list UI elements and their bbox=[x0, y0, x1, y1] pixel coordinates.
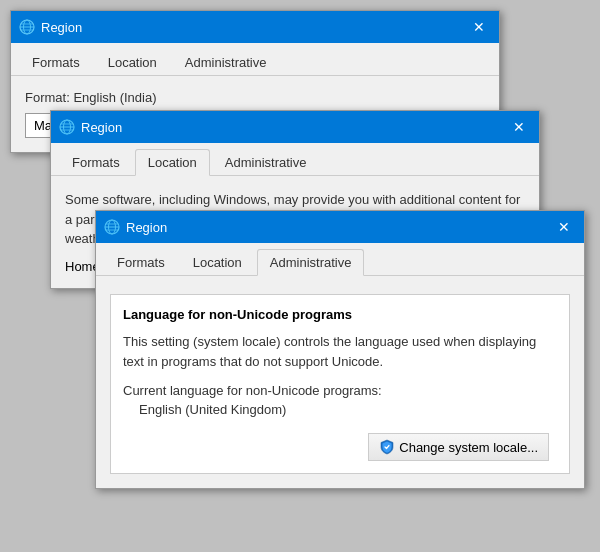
section-body: This setting (system locale) controls th… bbox=[123, 332, 557, 371]
globe-icon bbox=[19, 19, 35, 35]
administrative-content: Language for non-Unicode programs This s… bbox=[96, 276, 584, 488]
non-unicode-section: Language for non-Unicode programs This s… bbox=[110, 294, 570, 474]
window-title-location: Region bbox=[81, 120, 122, 135]
current-locale-value: English (United Kingdom) bbox=[139, 402, 557, 417]
window-title-formats: Region bbox=[41, 20, 82, 35]
globe-icon-location bbox=[59, 119, 75, 135]
close-button-location[interactable]: ✕ bbox=[507, 115, 531, 139]
tab-admin-formats[interactable]: Formats bbox=[104, 249, 178, 275]
change-system-locale-label: Change system locale... bbox=[399, 440, 538, 455]
close-button-administrative[interactable]: ✕ bbox=[552, 215, 576, 239]
tab-location-administrative[interactable]: Administrative bbox=[212, 149, 320, 175]
change-system-locale-button[interactable]: Change system locale... bbox=[368, 433, 549, 461]
window-administrative: Region ✕ Formats Location Administrative… bbox=[95, 210, 585, 489]
tab-bar-location: Formats Location Administrative bbox=[51, 143, 539, 176]
section-title: Language for non-Unicode programs bbox=[123, 307, 557, 322]
title-bar-location: Region ✕ bbox=[51, 111, 539, 143]
tab-formats-administrative[interactable]: Administrative bbox=[172, 49, 280, 75]
title-bar-formats: Region ✕ bbox=[11, 11, 499, 43]
tab-formats-formats[interactable]: Formats bbox=[19, 49, 93, 75]
tab-location-location[interactable]: Location bbox=[135, 149, 210, 176]
tab-bar-formats: Formats Location Administrative bbox=[11, 43, 499, 76]
title-bar-administrative: Region ✕ bbox=[96, 211, 584, 243]
globe-icon-administrative bbox=[104, 219, 120, 235]
window-title-administrative: Region bbox=[126, 220, 167, 235]
tab-admin-administrative[interactable]: Administrative bbox=[257, 249, 365, 276]
tab-bar-administrative: Formats Location Administrative bbox=[96, 243, 584, 276]
shield-icon bbox=[379, 439, 395, 455]
tab-admin-location[interactable]: Location bbox=[180, 249, 255, 275]
tab-location-formats[interactable]: Formats bbox=[59, 149, 133, 175]
close-button-formats[interactable]: ✕ bbox=[467, 15, 491, 39]
tab-formats-location[interactable]: Location bbox=[95, 49, 170, 75]
format-label: Format: English (India) bbox=[25, 90, 485, 105]
current-locale-label: Current language for non-Unicode program… bbox=[123, 383, 557, 398]
